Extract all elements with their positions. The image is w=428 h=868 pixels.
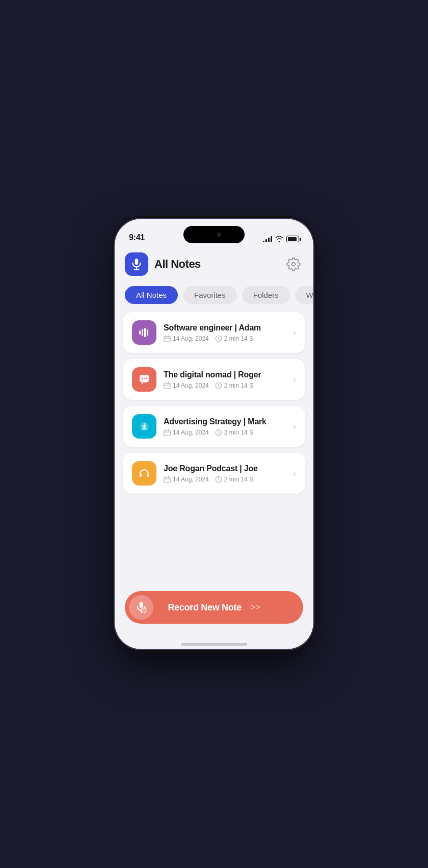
svg-rect-4 bbox=[139, 330, 141, 335]
clock-icon-3 bbox=[215, 429, 222, 436]
note-content-2: The digital nomad | Roger 14 Aug, 2024 bbox=[164, 370, 286, 389]
note-title-1: Software engineer | Adam bbox=[164, 323, 286, 333]
notes-list: Software engineer | Adam 14 Aug, 2024 bbox=[115, 312, 313, 583]
battery-icon bbox=[286, 236, 299, 242]
svg-rect-7 bbox=[147, 329, 148, 336]
header-left: All Notes bbox=[125, 252, 201, 276]
calendar-icon-2 bbox=[164, 382, 171, 389]
app-content: All Notes All Notes Favorites Folders Wo bbox=[115, 246, 313, 649]
app-logo bbox=[125, 252, 148, 276]
svg-rect-20 bbox=[147, 474, 149, 477]
svg-rect-0 bbox=[135, 259, 139, 265]
svg-rect-19 bbox=[140, 474, 142, 477]
record-button-container: Record New Note >> bbox=[115, 583, 313, 639]
clock-icon-2 bbox=[215, 382, 222, 389]
app-header: All Notes bbox=[115, 246, 313, 284]
note-duration-3: 2 min 14 S bbox=[215, 429, 253, 436]
note-icon-4 bbox=[132, 461, 156, 486]
home-indicator bbox=[115, 639, 313, 649]
note-item-2[interactable]: The digital nomad | Roger 14 Aug, 2024 bbox=[123, 359, 305, 400]
status-icons bbox=[263, 236, 299, 242]
note-item-1[interactable]: Software engineer | Adam 14 Aug, 2024 bbox=[123, 312, 305, 353]
note-chevron-4: › bbox=[293, 468, 296, 479]
clock-icon-4 bbox=[215, 476, 222, 483]
tab-folders[interactable]: Folders bbox=[242, 286, 290, 304]
note-meta-4: 14 Aug, 2024 2 min 14 S bbox=[164, 476, 286, 483]
waveform-icon bbox=[138, 326, 150, 339]
calendar-icon-4 bbox=[164, 476, 171, 483]
record-new-note-button[interactable]: Record New Note >> bbox=[125, 591, 303, 624]
svg-point-11 bbox=[142, 378, 143, 379]
record-btn-arrows: >> bbox=[251, 603, 260, 612]
note-date-4: 14 Aug, 2024 bbox=[164, 476, 209, 483]
svg-rect-5 bbox=[142, 329, 143, 336]
note-icon-3 bbox=[132, 414, 156, 439]
note-meta-3: 14 Aug, 2024 2 min 14 S bbox=[164, 429, 286, 436]
chat-icon bbox=[138, 373, 150, 386]
settings-button[interactable] bbox=[284, 254, 303, 274]
note-title-2: The digital nomad | Roger bbox=[164, 370, 286, 379]
note-duration-1: 2 min 14 S bbox=[215, 335, 253, 342]
note-icon-1 bbox=[132, 320, 156, 345]
dynamic-island bbox=[183, 226, 245, 243]
calendar-icon-3 bbox=[164, 429, 171, 436]
svg-point-13 bbox=[146, 378, 147, 379]
tab-wo[interactable]: Wo bbox=[295, 286, 313, 304]
note-content-1: Software engineer | Adam 14 Aug, 2024 bbox=[164, 323, 286, 342]
dynamic-island-camera bbox=[217, 233, 221, 237]
tab-all-notes[interactable]: All Notes bbox=[125, 286, 178, 304]
svg-rect-6 bbox=[144, 328, 146, 337]
tab-favorites[interactable]: Favorites bbox=[183, 286, 237, 304]
status-time: 9:41 bbox=[129, 233, 145, 242]
note-date-2: 14 Aug, 2024 bbox=[164, 382, 209, 389]
svg-rect-21 bbox=[164, 477, 170, 482]
wifi-icon bbox=[275, 236, 283, 242]
home-bar bbox=[181, 643, 247, 646]
app-title: All Notes bbox=[154, 258, 201, 271]
download-icon bbox=[138, 420, 150, 432]
svg-rect-23 bbox=[140, 602, 143, 608]
svg-rect-17 bbox=[164, 430, 170, 436]
filter-tabs: All Notes Favorites Folders Wo bbox=[115, 284, 313, 312]
signal-icon bbox=[263, 236, 272, 242]
clock-icon bbox=[215, 335, 222, 342]
mic-logo-icon bbox=[130, 258, 143, 271]
note-title-3: Advertising Strategy | Mark bbox=[164, 417, 286, 426]
svg-point-3 bbox=[292, 263, 296, 266]
note-meta-1: 14 Aug, 2024 2 min 14 S bbox=[164, 335, 286, 342]
note-meta-2: 14 Aug, 2024 2 min 14 S bbox=[164, 382, 286, 389]
record-btn-icon bbox=[129, 595, 153, 620]
record-mic-icon bbox=[135, 601, 148, 614]
note-item-4[interactable]: Joe Rogan Podcast | Joe 14 Aug, 2024 bbox=[123, 453, 305, 494]
note-duration-4: 2 min 14 S bbox=[215, 476, 253, 483]
note-icon-2 bbox=[132, 367, 156, 392]
note-chevron-1: › bbox=[293, 327, 296, 338]
note-title-4: Joe Rogan Podcast | Joe bbox=[164, 464, 286, 473]
headphones-icon bbox=[138, 467, 150, 479]
svg-rect-8 bbox=[164, 336, 170, 342]
note-date-3: 14 Aug, 2024 bbox=[164, 429, 209, 436]
note-content-4: Joe Rogan Podcast | Joe 14 Aug, 2024 bbox=[164, 464, 286, 483]
note-duration-2: 2 min 14 S bbox=[215, 382, 253, 389]
note-chevron-3: › bbox=[293, 421, 296, 432]
record-btn-label: Record New Note bbox=[168, 602, 242, 613]
gear-icon bbox=[286, 257, 301, 271]
note-date-1: 14 Aug, 2024 bbox=[164, 335, 209, 342]
note-item-3[interactable]: Advertising Strategy | Mark 14 Aug, 2024 bbox=[123, 406, 305, 447]
svg-point-12 bbox=[144, 378, 145, 379]
svg-rect-14 bbox=[164, 383, 170, 389]
calendar-icon bbox=[164, 335, 171, 342]
note-content-3: Advertising Strategy | Mark 14 Aug, 2024 bbox=[164, 417, 286, 436]
note-chevron-2: › bbox=[293, 374, 296, 385]
